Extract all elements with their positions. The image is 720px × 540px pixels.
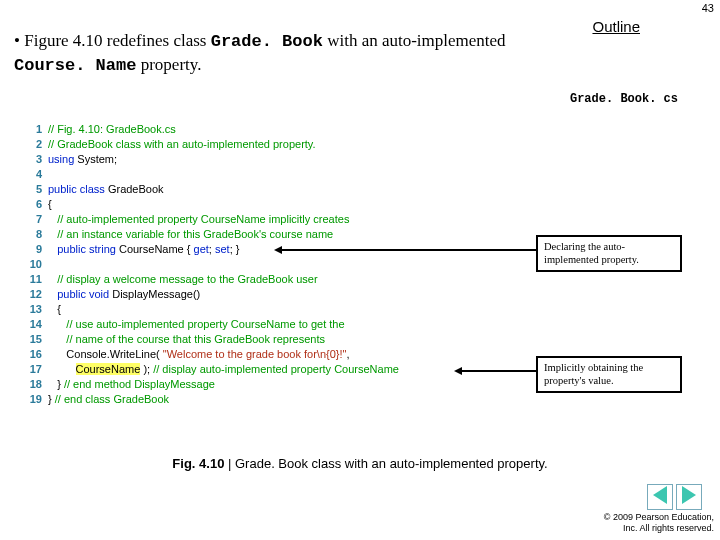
callout-box-1: Declaring the auto-implemented property. [536,235,682,272]
bullet-mid: with an auto-implemented [323,31,506,50]
bullet-lead: • Figure 4.10 redefines class [14,31,211,50]
code-listing: 1// Fig. 4.10: GradeBook.cs2// GradeBook… [24,122,504,407]
code-line: 1// Fig. 4.10: GradeBook.cs [24,122,504,137]
code-line: 11 // display a welcome message to the G… [24,272,504,287]
callout-arrowhead-1 [274,246,282,254]
callout-arrow-1 [280,249,536,251]
code-line: 16 Console.WriteLine( "Welcome to the gr… [24,347,504,362]
copyright-notice: © 2009 Pearson Education, Inc. All right… [604,512,714,534]
figure-description: • Figure 4.10 redefines class Grade. Boo… [14,30,554,78]
caption-separator: | [228,456,235,471]
code-line: 17 CourseName ); // display auto-impleme… [24,362,504,377]
code-line: 7 // auto-implemented property CourseNam… [24,212,504,227]
figure-caption: Fig. 4.10 | Grade. Book class with an au… [0,456,720,471]
copyright-line-1: © 2009 Pearson Education, [604,512,714,522]
code-line: 5public class GradeBook [24,182,504,197]
code-line: 18 } // end method DisplayMessage [24,377,504,392]
source-filename: Grade. Book. cs [570,92,678,106]
bullet-end: property. [136,55,201,74]
code-line: 12 public void DisplayMessage() [24,287,504,302]
outline-heading: Outline [592,18,640,35]
code-line: 3using System; [24,152,504,167]
next-slide-button[interactable] [676,484,702,510]
code-line: 8 // an instance variable for this Grade… [24,227,504,242]
property-name: Course. Name [14,56,136,75]
triangle-right-icon [682,486,696,504]
code-line: 10 [24,257,504,272]
code-line: 4 [24,167,504,182]
class-name: Grade. Book [211,32,323,51]
page-number: 43 [702,2,714,14]
code-line: 14 // use auto-implemented property Cour… [24,317,504,332]
nav-controls [647,484,703,510]
triangle-left-icon [653,486,667,504]
caption-fig-label: Fig. 4.10 [172,456,228,471]
callout-box-2: Implicitly obtaining the property's valu… [536,356,682,393]
callout-arrowhead-2 [454,367,462,375]
caption-text: Grade. Book class with an auto-implement… [235,456,548,471]
callout-arrow-2 [460,370,536,372]
prev-slide-button[interactable] [647,484,673,510]
code-line: 6{ [24,197,504,212]
code-line: 13 { [24,302,504,317]
copyright-line-2: Inc. All rights reserved. [623,523,714,533]
code-line: 2// GradeBook class with an auto-impleme… [24,137,504,152]
code-line: 15 // name of the course that this Grade… [24,332,504,347]
code-line: 19} // end class GradeBook [24,392,504,407]
